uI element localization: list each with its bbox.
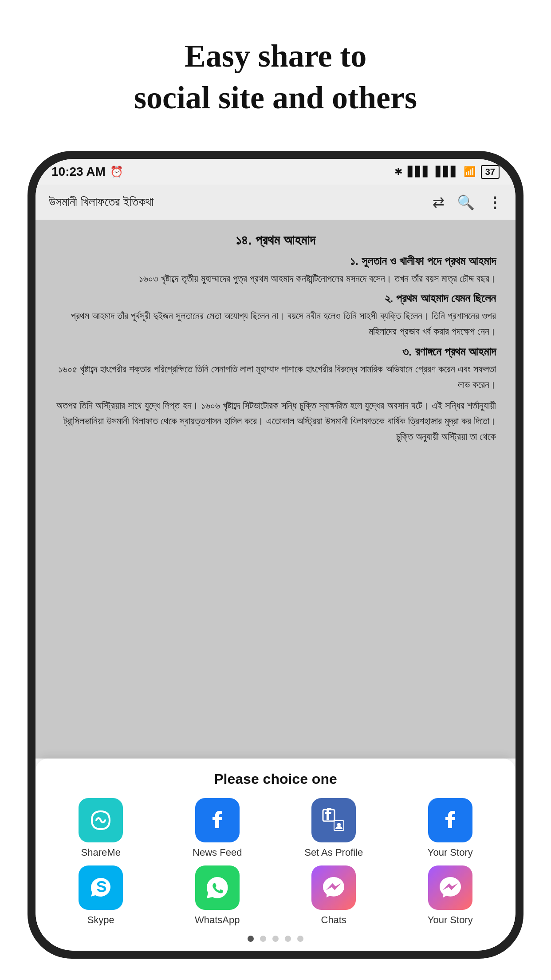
dot-3 (272, 936, 279, 942)
set-profile-label: Set As Profile (304, 847, 363, 858)
fb-profile-icon (311, 798, 356, 842)
share-item-chats[interactable]: Chats (291, 865, 376, 926)
section-2-body: প্রথম আহমাদ তাঁর পূর্বসূরী দুইজন সুলতানে… (55, 308, 496, 339)
facebook-story-icon (428, 798, 472, 842)
wifi-icon: 📶 (464, 166, 476, 178)
share-modal-title: Please choice one (43, 771, 508, 787)
share-modal: Please choice one ShareMe News Feed (35, 759, 516, 951)
share-item-news-feed[interactable]: News Feed (175, 798, 260, 858)
section-1-body: ১৬০৩ খৃষ্টাব্দে তৃতীয় মুহাম্মাদের পুত্র… (55, 271, 496, 286)
share-item-whatsapp[interactable]: WhatsApp (175, 865, 260, 926)
header-text-2: social site and others (134, 80, 417, 115)
chapter-title: ১৪. প্রথম আহমাদ (55, 233, 496, 248)
book-content: ১৪. প্রথম আহমাদ ১. সুলতান ও খালীফা পদে প… (35, 220, 516, 759)
section-2-title: ২. প্রথম আহমাদ যেমন ছিলেন (55, 292, 496, 305)
signal-icon: ▋▋▋ (408, 166, 430, 178)
news-feed-label: News Feed (193, 847, 242, 858)
app-bar-actions: ⇄ 🔍 ⋮ (433, 194, 502, 211)
section-1-title: ১. সুলতান ও খালীফা পদে প্রথম আহমাদ (55, 254, 496, 268)
share-row-2: Skype WhatsApp (43, 865, 508, 926)
phone-inner: 10:23 AM ⏰ ✱ ▋▋▋ ▋▋▋ 📶 37 উসমানী খিলাফতে… (35, 159, 516, 951)
app-bar: উসমানী খিলাফতের ইতিকথা ⇄ 🔍 ⋮ (35, 185, 516, 220)
page-dots (43, 930, 508, 944)
header-section: Easy share to social site and others (0, 0, 551, 141)
status-bar: 10:23 AM ⏰ ✱ ▋▋▋ ▋▋▋ 📶 37 (35, 159, 516, 185)
share-item-set-profile[interactable]: Set As Profile (291, 798, 376, 858)
section-3-body: ১৬০৫ খৃষ্টাব্দে হাংগেরীর শক্তার পরিপ্রেক… (55, 361, 496, 392)
section-3-title: ৩. রণাঙ্গনে প্রথম আহমাদ (55, 345, 496, 359)
alarm-icon: ⏰ (110, 166, 123, 178)
phone-shell: 10:23 AM ⏰ ✱ ▋▋▋ ▋▋▋ 📶 37 উসমানী খিলাফতে… (28, 151, 523, 959)
dot-4 (285, 936, 291, 942)
your-story-2-label: Your Story (428, 914, 473, 926)
skype-label: Skype (87, 914, 114, 926)
dot-2 (260, 936, 266, 942)
search-icon[interactable]: 🔍 (457, 194, 475, 211)
share-item-shareme[interactable]: ShareMe (59, 798, 143, 858)
bluetooth-icon: ✱ (394, 166, 402, 178)
facebook-icon (195, 798, 240, 842)
share-row-1: ShareMe News Feed (43, 798, 508, 858)
messenger-story-icon (428, 865, 472, 910)
shareme-label: ShareMe (81, 847, 121, 858)
header-text: Easy share to (185, 38, 367, 74)
share-item-skype[interactable]: Skype (59, 865, 143, 926)
battery-indicator: 37 (481, 165, 500, 179)
status-icons: ✱ ▋▋▋ ▋▋▋ 📶 37 (394, 165, 500, 179)
messenger-icon (311, 865, 356, 910)
your-story-1-label: Your Story (428, 847, 473, 858)
dot-5 (297, 936, 303, 942)
chats-label: Chats (321, 914, 346, 926)
skype-icon (79, 865, 123, 910)
swap-icon[interactable]: ⇄ (433, 194, 445, 211)
more-icon[interactable]: ⋮ (487, 194, 502, 211)
share-item-your-story-1[interactable]: Your Story (408, 798, 492, 858)
status-time: 10:23 AM ⏰ (51, 165, 123, 179)
shareme-icon (79, 798, 123, 842)
section-4-body: অতপর তিনি অস্ট্রিয়ার সাথে যুদ্ধে লিপ্ত … (55, 398, 496, 445)
signal2-icon: ▋▋▋ (436, 166, 458, 178)
share-item-your-story-2[interactable]: Your Story (408, 865, 492, 926)
dot-1 (248, 936, 254, 942)
whatsapp-label: WhatsApp (195, 914, 240, 926)
app-title: উসমানী খিলাফতের ইতিকথা (49, 195, 425, 209)
whatsapp-icon (195, 865, 240, 910)
svg-point-3 (337, 823, 341, 826)
screen: 10:23 AM ⏰ ✱ ▋▋▋ ▋▋▋ 📶 37 উসমানী খিলাফতে… (35, 159, 516, 951)
